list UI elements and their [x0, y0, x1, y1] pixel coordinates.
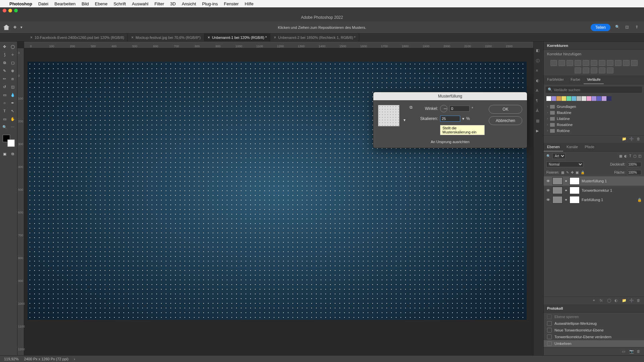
invert-adj-icon[interactable]: [575, 67, 581, 73]
dodge-tool-icon[interactable]: ○: [1, 99, 8, 107]
move-tool-icon[interactable]: ✥: [1, 43, 8, 50]
lock-transparency-icon[interactable]: ▦: [561, 171, 564, 174]
filter-type-icon[interactable]: T: [629, 154, 631, 158]
lock-pixels-icon[interactable]: ✎: [566, 171, 569, 174]
history-item[interactable]: Ebene sperren: [544, 313, 644, 320]
adjustments-panel-icon[interactable]: ◐: [536, 78, 541, 84]
gradient-folder[interactable]: ›Rottöne: [544, 128, 644, 134]
snapshot-icon[interactable]: ▭: [622, 349, 627, 354]
new-item-icon[interactable]: ➕: [629, 137, 634, 141]
layer-row[interactable]: 👁⚭Musterfüllung 1: [544, 176, 644, 186]
tab-ebenen[interactable]: Ebenen: [544, 143, 563, 152]
lock-artboard-icon[interactable]: ▣: [576, 171, 579, 174]
snap-to-origin-link[interactable]: An Ursprung ausrichten: [373, 140, 527, 148]
new-layer-icon[interactable]: ➕: [629, 298, 634, 303]
angle-dial[interactable]: [440, 105, 447, 112]
fill-input[interactable]: [627, 170, 641, 175]
eraser-tool-icon[interactable]: ◫: [9, 83, 16, 90]
path-select-tool-icon[interactable]: ↖: [9, 107, 16, 115]
type-tool-icon[interactable]: T: [1, 107, 8, 115]
history-item[interactable]: Umkehren: [544, 340, 644, 347]
vibrance-adj-icon[interactable]: [583, 60, 589, 66]
brightness-adj-icon[interactable]: [550, 60, 557, 66]
brush-tool-icon[interactable]: ✏: [1, 75, 8, 82]
document-tab[interactable]: ×Unbenannt-2 bei 1850% (Rechteck 1, RGB/…: [270, 34, 359, 41]
lock-position-icon[interactable]: ✥: [571, 171, 574, 174]
mask-thumb[interactable]: [570, 196, 580, 203]
menu-auswahl[interactable]: Auswahl: [132, 1, 148, 6]
gradient-folder[interactable]: ›Lilatöne: [544, 116, 644, 122]
marquee-ellipse-tool-icon[interactable]: ◯: [9, 43, 16, 50]
blend-mode-select[interactable]: Normal: [546, 162, 583, 167]
paragraph-panel-icon[interactable]: ¶: [536, 99, 541, 104]
menu-datei[interactable]: Datei: [38, 1, 48, 6]
mac-menubar[interactable]: Photoshop Datei Bearbeiten Bild Ebene Sc…: [0, 0, 644, 7]
menu-ansicht[interactable]: Ansicht: [182, 1, 196, 6]
filter-icon[interactable]: 🔍: [546, 154, 550, 158]
layer-thumb[interactable]: [552, 187, 562, 194]
gradient-swatch[interactable]: [551, 96, 556, 101]
character-panel-icon[interactable]: A: [536, 88, 541, 94]
close-tab-icon[interactable]: ×: [30, 35, 33, 40]
gradient-folder[interactable]: ›Grundlagen: [544, 104, 644, 110]
gradient-swatch[interactable]: [607, 96, 611, 101]
mask-icon[interactable]: ◯: [607, 298, 612, 303]
link-to-layer-icon[interactable]: ⧉: [410, 105, 413, 110]
gradient-swatch[interactable]: [592, 96, 596, 101]
scale-dropdown-icon[interactable]: ▾: [462, 116, 464, 121]
menu-schrift[interactable]: Schrift: [113, 1, 126, 6]
edit-toolbar-icon[interactable]: ⋯: [9, 123, 16, 131]
exposure-adj-icon[interactable]: [575, 60, 581, 66]
layer-row[interactable]: 👁⚭Tonwertkorrektur 1: [544, 186, 644, 195]
menu-plugins[interactable]: Plug-ins: [202, 1, 218, 6]
filter-adj-icon[interactable]: ◐: [624, 154, 627, 158]
tab-kanaele[interactable]: Kanäle: [563, 143, 581, 152]
trash-icon[interactable]: 🗑: [637, 137, 641, 141]
home-icon[interactable]: [3, 25, 9, 30]
glyphs-panel-icon[interactable]: Ǎ: [536, 109, 541, 114]
color-swatches[interactable]: [3, 135, 15, 147]
gradient-swatch[interactable]: [546, 96, 551, 101]
gradient-folder[interactable]: ›Rosatöne: [544, 122, 644, 128]
crop-tool-icon[interactable]: ⧉: [1, 59, 8, 66]
scale-input[interactable]: [440, 116, 460, 122]
rectangle-tool-icon[interactable]: ▭: [1, 115, 8, 123]
document-dimensions[interactable]: 2400 Px x 1260 Px (72 ppi): [24, 357, 68, 361]
history-item[interactable]: Neue Tonwertkorrektur-Ebene: [544, 327, 644, 334]
screenmode-icon[interactable]: ⧉: [9, 150, 16, 158]
bw-adj-icon[interactable]: [607, 60, 613, 66]
share-button[interactable]: Teilen: [591, 24, 610, 31]
info-panel-icon[interactable]: ⓘ: [536, 58, 541, 64]
layer-row[interactable]: 👁⚭Farbfüllung 1🔒: [544, 195, 644, 204]
gradient-swatch[interactable]: [561, 96, 566, 101]
pattern-preview[interactable]: [378, 105, 399, 126]
eyedropper-tool-icon[interactable]: ✎: [1, 67, 8, 74]
gradient-folder[interactable]: ›Blautöne: [544, 110, 644, 116]
menu-3d[interactable]: 3D: [170, 1, 176, 6]
curves-adj-icon[interactable]: [567, 60, 573, 66]
filter-shape-icon[interactable]: ▢: [633, 154, 636, 158]
lock-all-icon[interactable]: 🔒: [581, 171, 585, 174]
properties-panel-icon[interactable]: ≡: [536, 68, 541, 74]
hand-tool-icon[interactable]: ✋: [9, 115, 16, 123]
tab-pfade[interactable]: Pfade: [581, 143, 598, 152]
status-flyout-icon[interactable]: ›: [74, 357, 75, 361]
search-icon[interactable]: 🔍: [615, 25, 621, 30]
gradient-swatch[interactable]: [577, 96, 581, 101]
levels-adj-icon[interactable]: [558, 60, 565, 66]
tab-farbe[interactable]: Farbe: [567, 75, 584, 84]
close-tab-icon[interactable]: ×: [274, 35, 276, 40]
delete-layer-icon[interactable]: 🗑: [637, 298, 641, 303]
move-tool-icon[interactable]: ✥: [13, 25, 16, 29]
workspace-icon[interactable]: ◫: [625, 25, 631, 30]
close-tab-icon[interactable]: ×: [208, 35, 210, 40]
history-item[interactable]: Auswahlellipse-Werkzeug: [544, 320, 644, 327]
tab-farbfelder[interactable]: Farbfelder: [544, 75, 567, 84]
poster-adj-icon[interactable]: [583, 67, 589, 73]
link-layers-icon[interactable]: ⚭: [592, 298, 597, 303]
ok-button[interactable]: OK: [489, 105, 522, 114]
fx-icon[interactable]: fx: [600, 298, 604, 303]
gradient-swatch[interactable]: [567, 96, 571, 101]
new-folder-icon[interactable]: 📁: [622, 137, 627, 141]
gradient-swatch[interactable]: [582, 96, 586, 101]
